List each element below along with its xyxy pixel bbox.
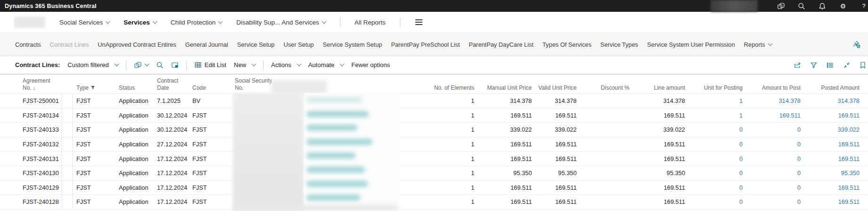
cell-line-amount[interactable]: 314.378 [630, 94, 686, 108]
cell-posted-amount[interactable]: 169.511 [802, 181, 860, 195]
cell-amount-to-post[interactable]: 0 [744, 137, 802, 152]
cell-valid-unit-price[interactable]: 169.511 [533, 195, 578, 209]
table-row[interactable]: FJST-250001FJSTApplication7.1.2025BV1314… [0, 94, 868, 109]
cell-amount-to-post[interactable]: 169.511 [744, 109, 802, 123]
cell-posted-amount[interactable]: 339.022 [802, 123, 860, 137]
cell-posted-amount[interactable]: 314.378 [802, 94, 860, 108]
table-row[interactable]: FJST-240132FJSTApplication27.12.2024FJST… [0, 137, 868, 152]
cell-name[interactable] [302, 137, 383, 152]
analyze-icon[interactable] [171, 61, 179, 69]
cell-code[interactable]: FJST [189, 181, 231, 195]
cell-manual-unit-price[interactable]: 339.022 [475, 123, 533, 137]
cell-name[interactable] [302, 152, 383, 166]
cell-code[interactable]: FJST [189, 123, 231, 137]
actions-button[interactable]: Actions [271, 61, 301, 68]
tab-parentpay-daycare-list[interactable]: ParentPay DayCare List [469, 41, 533, 48]
cell-amount-to-post[interactable]: 0 [744, 123, 802, 137]
cell-no-of-elements[interactable]: 1 [383, 137, 475, 152]
cell-status[interactable]: Application [115, 123, 153, 137]
cell-manual-unit-price[interactable]: 95.350 [475, 166, 533, 180]
cell-no-of-elements[interactable]: 1 [383, 123, 475, 137]
fewer-options-button[interactable]: Fewer options [351, 61, 390, 68]
cell-line-amount[interactable]: 169.511 [630, 152, 686, 166]
cell-agreement-no[interactable]: FJST-240131 [18, 152, 61, 166]
tab-general-journal[interactable]: General Journal [185, 41, 228, 48]
share-icon[interactable] [794, 61, 802, 69]
cell-type[interactable]: FJST [73, 137, 115, 152]
cell-status[interactable]: Application [115, 195, 153, 209]
cell-name[interactable] [302, 166, 383, 180]
tab-reports[interactable]: Reports [744, 41, 772, 48]
cell-line-amount[interactable]: 169.511 [630, 181, 686, 195]
cell-unit-for-posting[interactable]: 1 [686, 109, 744, 123]
cell-discount[interactable] [578, 123, 630, 137]
cell-ssn[interactable] [231, 123, 302, 137]
cell-agreement-no[interactable]: FJST-250001 [18, 94, 61, 108]
cell-amount-to-post[interactable]: 0 [744, 166, 802, 180]
automate-button[interactable]: Automate [308, 61, 344, 68]
tab-contracts[interactable]: Contracts [15, 41, 41, 48]
cell-agreement-no[interactable]: FJST-240130 [18, 166, 61, 180]
table-row[interactable]: FJST-240128FJSTApplication17.12.2024FJST… [0, 195, 868, 210]
cell-discount[interactable] [578, 195, 630, 209]
cell-line-amount[interactable]: 339.022 [630, 123, 686, 137]
cell-name[interactable] [302, 109, 383, 123]
cell-no-of-elements[interactable]: 1 [383, 195, 475, 209]
cell-status[interactable]: Application [115, 166, 153, 180]
cell-contract-date[interactable]: 17.12.2024 [153, 195, 189, 209]
cell-contract-date[interactable]: 17.12.2024 [153, 166, 189, 180]
cell-name[interactable] [302, 94, 383, 108]
cell-status[interactable]: Application [115, 109, 153, 123]
cell-unit-for-posting[interactable]: 1 [686, 94, 744, 108]
header-contract-date[interactable]: Contract Date [153, 77, 189, 91]
cell-amount-to-post[interactable]: 0 [744, 181, 802, 195]
cell-ssn[interactable] [231, 181, 302, 195]
cell-code[interactable]: FJST [189, 166, 231, 180]
header-status[interactable]: Status [115, 84, 153, 91]
cell-unit-for-posting[interactable]: 0 [686, 137, 744, 152]
cell-contract-date[interactable]: 17.12.2024 [153, 152, 189, 166]
table-row[interactable]: FJST-240133FJSTApplication30.12.2024FJST… [0, 123, 868, 137]
cell-discount[interactable] [578, 181, 630, 195]
cell-contract-date[interactable]: 30.12.2024 [153, 123, 189, 137]
cell-no-of-elements[interactable]: 1 [383, 152, 475, 166]
tab-service-types[interactable]: Service Types [600, 41, 638, 48]
cell-ssn[interactable] [231, 94, 302, 108]
cell-status[interactable]: Application [115, 137, 153, 152]
cell-type[interactable]: FJST [73, 195, 115, 209]
search-icon[interactable] [797, 2, 806, 10]
cell-line-amount[interactable]: 169.511 [630, 195, 686, 209]
cell-name[interactable] [302, 195, 383, 209]
cell-status[interactable]: Application [115, 181, 153, 195]
cell-agreement-no[interactable]: FJST-240128 [18, 195, 61, 209]
copilot-icon[interactable] [134, 61, 149, 69]
cell-discount[interactable] [578, 137, 630, 152]
collapse-icon[interactable] [843, 61, 851, 69]
help-icon[interactable]: ? [860, 2, 868, 10]
cell-type[interactable]: FJST [73, 94, 115, 108]
tab-user-setup[interactable]: User Setup [283, 41, 314, 48]
cell-status[interactable]: Application [115, 152, 153, 166]
cell-discount[interactable] [578, 109, 630, 123]
cell-unit-for-posting[interactable]: 0 [686, 181, 744, 195]
filter-icon[interactable] [810, 61, 818, 69]
cell-no-of-elements[interactable]: 1 [383, 181, 475, 195]
cell-valid-unit-price[interactable]: 169.511 [533, 152, 578, 166]
cell-type[interactable]: FJST [73, 181, 115, 195]
cell-posted-amount[interactable]: 169.511 [802, 195, 860, 209]
choose-columns-icon[interactable] [827, 61, 835, 69]
cell-ssn[interactable] [231, 109, 302, 123]
cell-type[interactable]: FJST [73, 166, 115, 180]
cell-type[interactable]: FJST [73, 123, 115, 137]
nav-social-services[interactable]: Social Services [59, 19, 109, 26]
environment-icon[interactable] [777, 2, 785, 10]
notifications-bell-icon[interactable] [818, 2, 827, 10]
header-unit-for-posting[interactable]: Unit for Posting [686, 84, 744, 91]
table-row[interactable]: FJST-240134FJSTApplication30.12.2024FJST… [0, 109, 868, 123]
cell-posted-amount[interactable]: 169.511 [802, 109, 860, 123]
header-discount-pct[interactable]: Discount % [578, 84, 630, 91]
cell-manual-unit-price[interactable]: 169.511 [475, 195, 533, 209]
cell-ssn[interactable] [231, 195, 302, 209]
cell-posted-amount[interactable]: 169.511 [802, 137, 860, 152]
settings-gear-icon[interactable]: ⚙ [839, 2, 847, 10]
